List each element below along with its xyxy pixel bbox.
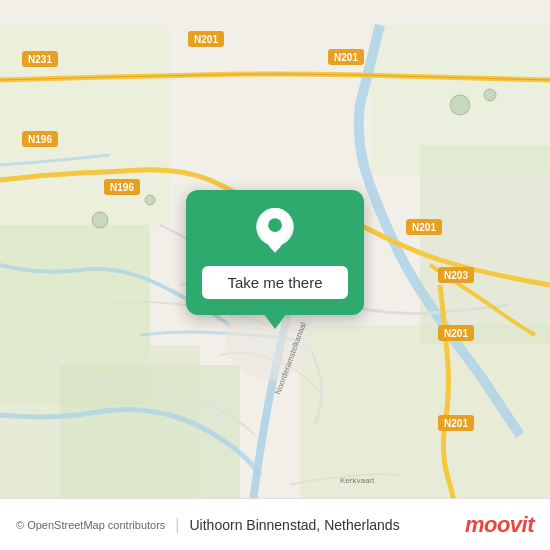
bottom-bar: © OpenStreetMap contributors | Uithoorn … <box>0 498 550 550</box>
map-container: N231 N201 N201 N196 N196 N201 N203 N201 … <box>0 0 550 550</box>
location-name: Uithoorn Binnenstad, Netherlands <box>190 517 400 533</box>
svg-point-9 <box>92 212 108 228</box>
svg-text:N201: N201 <box>334 52 358 63</box>
svg-text:N203: N203 <box>444 270 468 281</box>
svg-text:N201: N201 <box>444 418 468 429</box>
svg-text:N201: N201 <box>412 222 436 233</box>
svg-text:N201: N201 <box>194 34 218 45</box>
copyright-text: © OpenStreetMap contributors <box>16 519 165 531</box>
svg-text:N196: N196 <box>28 134 52 145</box>
popup-card[interactable]: Take me there <box>186 190 364 315</box>
svg-point-11 <box>450 95 470 115</box>
svg-point-12 <box>484 89 496 101</box>
moovit-logo: moovit <box>465 512 534 538</box>
svg-text:Kerkvaart: Kerkvaart <box>340 476 375 485</box>
location-pin-icon <box>251 208 299 256</box>
svg-point-10 <box>145 195 155 205</box>
moovit-logo-text: moovit <box>465 512 534 538</box>
svg-point-35 <box>268 218 282 232</box>
svg-text:N231: N231 <box>28 54 52 65</box>
take-me-there-button[interactable]: Take me there <box>202 266 348 299</box>
location-info: © OpenStreetMap contributors | Uithoorn … <box>16 516 400 534</box>
svg-text:N196: N196 <box>110 182 134 193</box>
svg-text:N201: N201 <box>444 328 468 339</box>
